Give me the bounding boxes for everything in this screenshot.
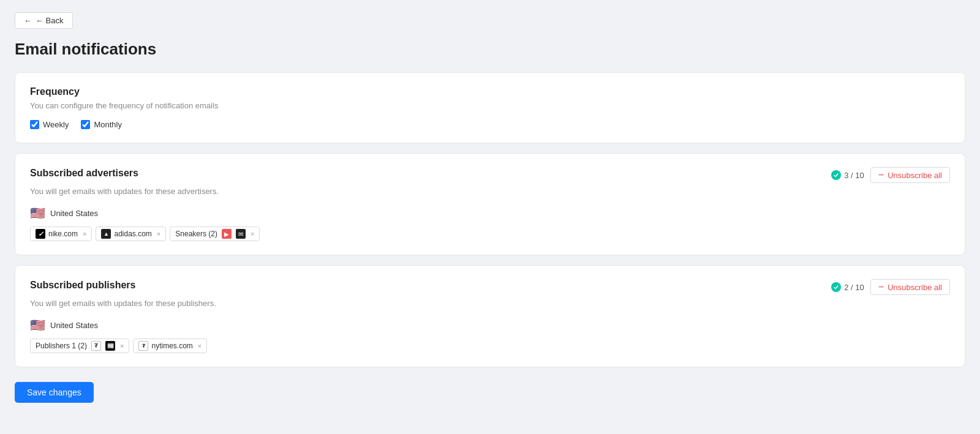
advertisers-country: United States <box>50 209 98 218</box>
weekly-label: Weekly <box>43 120 69 129</box>
monthly-label: Monthly <box>94 120 122 129</box>
advertisers-actions: 3 / 10 − Unsubscribe all <box>831 167 950 183</box>
publishers-header: Subscribed publishers 2 / 10 − Unsubscri… <box>30 279 950 295</box>
sneakers-tag-label: Sneakers (2) <box>175 230 217 238</box>
publishers1-tag-label: Publishers 1 (2) <box>36 342 87 350</box>
sneakers-tag-close[interactable]: × <box>251 230 254 238</box>
nytimes-tag-close[interactable]: × <box>198 342 202 350</box>
publishers-unsubscribe-label: Unsubscribe all <box>888 283 942 292</box>
nike-logo-icon: ✓ <box>36 229 45 239</box>
tag-nytimes: ₮ nytimes.com × <box>133 339 207 353</box>
publishers-country-row: 🇺🇸 United States <box>30 318 950 332</box>
publishers-unsubscribe-button[interactable]: − Unsubscribe all <box>870 279 950 295</box>
adidas-tag-label: adidas.com <box>114 230 151 238</box>
frequency-title: Frequency <box>30 86 950 97</box>
monthly-checkbox[interactable] <box>81 120 90 129</box>
tag-sneakers: Sneakers (2) ▶ ✉ × <box>170 226 260 241</box>
nike-tag-label: nike.com <box>48 230 78 238</box>
save-changes-button[interactable]: Save changes <box>15 382 94 403</box>
publishers-card: Subscribed publishers 2 / 10 − Unsubscri… <box>15 265 965 367</box>
publishers-tags: Publishers 1 (2) ₮ 📰 × ₮ nytimes.com × <box>30 339 950 353</box>
pub1-logo-icon: ₮ <box>91 341 101 351</box>
advertisers-tags: ✓ nike.com × ▲ adidas.com × Sneakers (2)… <box>30 226 950 241</box>
advertisers-description: You will get emails with updates for the… <box>30 187 950 196</box>
publishers-minus-icon: − <box>878 282 884 292</box>
nytimes-logo-icon: ₮ <box>138 341 148 351</box>
publishers-actions: 2 / 10 − Unsubscribe all <box>831 279 950 295</box>
tag-nike: ✓ nike.com × <box>30 226 92 241</box>
monthly-checkbox-label[interactable]: Monthly <box>81 120 122 129</box>
frequency-description: You can configure the frequency of notif… <box>30 101 950 110</box>
pub1-dark-logo-icon: 📰 <box>105 341 115 351</box>
nytimes-tag-label: nytimes.com <box>151 342 192 350</box>
advertisers-count-badge: 3 / 10 <box>831 170 864 180</box>
publishers-country: United States <box>50 321 98 330</box>
tag-publishers1: Publishers 1 (2) ₮ 📰 × <box>30 339 129 353</box>
advertisers-unsubscribe-button[interactable]: − Unsubscribe all <box>870 167 950 183</box>
minus-icon: − <box>878 170 884 180</box>
publishers-count-icon <box>831 282 841 292</box>
back-button[interactable]: ← ← Back <box>15 12 73 29</box>
weekly-checkbox[interactable] <box>30 120 39 129</box>
publishers1-tag-close[interactable]: × <box>120 342 124 350</box>
weekly-checkbox-label[interactable]: Weekly <box>30 120 69 129</box>
frequency-checkboxes: Weekly Monthly <box>30 120 950 129</box>
advertisers-title: Subscribed advertisers <box>30 168 138 179</box>
page-title: Email notifications <box>15 40 965 59</box>
advertisers-header: Subscribed advertisers 3 / 10 − Unsubscr… <box>30 167 950 183</box>
publishers-us-flag-icon: 🇺🇸 <box>30 318 45 332</box>
adidas-tag-close[interactable]: × <box>157 230 160 238</box>
publishers-count-text: 2 / 10 <box>844 283 864 292</box>
advertisers-card: Subscribed advertisers 3 / 10 − Unsubscr… <box>15 153 965 255</box>
publishers-description: You will get emails with updates for the… <box>30 299 950 308</box>
publishers-title: Subscribed publishers <box>30 280 135 291</box>
frequency-card: Frequency You can configure the frequenc… <box>15 72 965 143</box>
back-label: ← Back <box>36 16 64 25</box>
sneakers-dark-icon: ✉ <box>236 229 246 239</box>
advertisers-country-row: 🇺🇸 United States <box>30 206 950 220</box>
adidas-logo-icon: ▲ <box>101 229 111 239</box>
publishers-count-badge: 2 / 10 <box>831 282 864 292</box>
tag-adidas: ▲ adidas.com × <box>96 226 166 241</box>
back-arrow-icon: ← <box>24 16 32 25</box>
advertisers-unsubscribe-label: Unsubscribe all <box>888 171 942 180</box>
nike-tag-close[interactable]: × <box>83 230 86 238</box>
sneakers-arrow-icon: ▶ <box>222 229 232 239</box>
us-flag-icon: 🇺🇸 <box>30 206 45 220</box>
advertisers-count-text: 3 / 10 <box>844 171 864 180</box>
advertisers-count-icon <box>831 170 841 180</box>
